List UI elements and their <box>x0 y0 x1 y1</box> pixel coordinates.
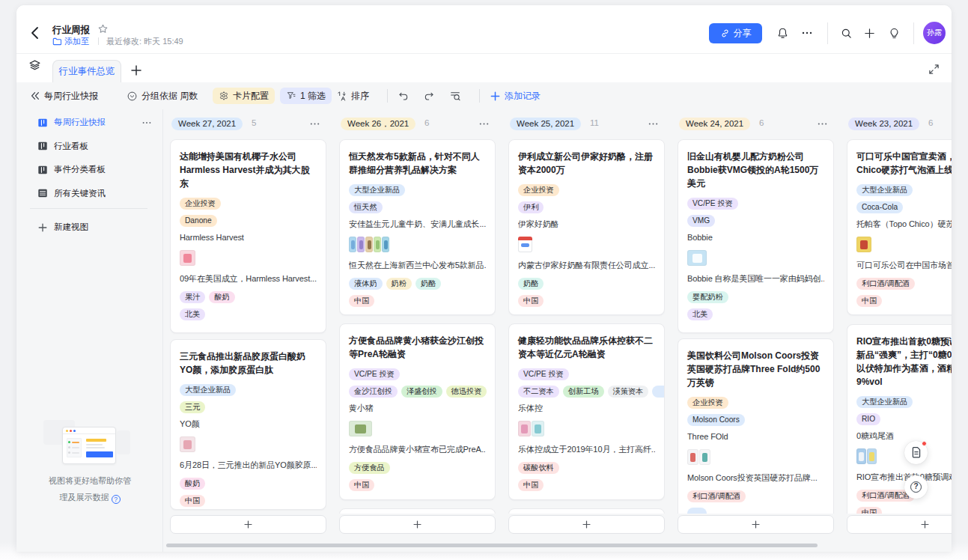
column-more-icon[interactable] <box>309 118 321 130</box>
gear-icon <box>219 91 229 101</box>
attachment-thumbnails[interactable] <box>180 436 317 452</box>
column-more-icon[interactable] <box>817 118 829 130</box>
notification-bell-icon[interactable] <box>774 25 791 41</box>
column-more-icon[interactable] <box>648 118 660 130</box>
attachment-thumbnails[interactable] <box>349 237 486 252</box>
field-tag: 企业投资 <box>180 198 221 210</box>
kanban-view-icon <box>37 165 48 175</box>
add-to-button[interactable]: 添加至 <box>52 36 89 47</box>
divider <box>913 22 914 44</box>
image-thumbnail <box>867 448 877 464</box>
undo-button[interactable] <box>398 82 410 109</box>
attachment-thumbnails[interactable] <box>349 421 486 436</box>
more-actions-icon[interactable] <box>799 25 815 41</box>
add-table-button[interactable] <box>130 64 142 76</box>
record-card[interactable]: 恒天然发布5款新品，针对不同人群推细分营养乳品解决方案大型企业新品恒天然安佳益生… <box>339 139 496 315</box>
tag-row: 北美 <box>687 308 824 320</box>
search-records-button[interactable] <box>449 82 461 109</box>
record-card[interactable]: 三元食品推出新品胶原蛋白酸奶 YO颜，添加胶原蛋白肽大型企业新品三元YO颜6月2… <box>170 339 326 510</box>
column-group-pill[interactable]: Week 24, 2021 <box>679 118 750 130</box>
attachment-thumbnails[interactable] <box>687 449 824 465</box>
help-float-button[interactable]: ? <box>904 475 928 499</box>
avatar[interactable]: 孙露 <box>923 22 946 44</box>
attachment-thumbnails[interactable] <box>180 250 317 266</box>
share-button[interactable]: 分享 <box>709 23 762 43</box>
tag-row: 金沙江创投泽盛创投德迅投资 <box>349 386 486 398</box>
new-view-button[interactable]: 新建视图 <box>16 216 163 239</box>
record-card[interactable]: 健康轻功能饮品品牌乐体控获不二资本等近亿元A轮融资VC/PE 投资不二资本创新工… <box>508 323 665 500</box>
column-group-pill[interactable]: Week 23, 2021 <box>848 118 919 130</box>
tag-row: 三元 <box>180 401 317 413</box>
table-list-icon[interactable] <box>28 59 41 72</box>
sort-button[interactable]: 排序 <box>336 82 369 109</box>
add-record-button[interactable]: 添加记录 <box>490 82 541 109</box>
star-icon[interactable] <box>97 23 109 34</box>
create-new-icon[interactable] <box>861 25 877 41</box>
add-card-button[interactable] <box>678 515 834 534</box>
record-title: 美国饮料公司Molson Coors投资英国硬苏打品牌Three Fold约50… <box>687 349 824 389</box>
image-thumbnail <box>518 237 532 252</box>
filter-button[interactable]: 1 筛选 <box>280 88 332 104</box>
attachment-thumbnails[interactable] <box>518 421 655 436</box>
search-icon[interactable] <box>838 25 854 41</box>
field-tag: 中国 <box>518 295 544 307</box>
add-to-label: 添加至 <box>64 36 89 47</box>
record-card[interactable]: 旧金山有机婴儿配方奶粉公司 Bobbie获VMG领投的A轮1500万 美元VC/… <box>678 139 834 333</box>
card-config-button[interactable]: 卡片配置 <box>213 88 275 104</box>
sidebar-view-label: 每周行业快报 <box>54 117 106 128</box>
tag-row: VC/PE 投资 <box>518 368 655 380</box>
image-thumbnail <box>180 436 195 452</box>
group-by-button[interactable]: 分组依据 周数 <box>127 82 198 109</box>
column-group-pill[interactable]: Week 25, 2021 <box>510 118 581 130</box>
help-lightbulb-icon[interactable] <box>886 25 902 41</box>
back-button[interactable] <box>27 25 43 41</box>
record-card[interactable]: 可口可乐中国官宣卖酒，Topo Chico硬苏打气泡酒上线大型企业新品Coca-… <box>847 139 952 315</box>
field-tag: 酸奶 <box>180 478 205 490</box>
field-tag: 大型企业新品 <box>349 184 405 196</box>
record-card[interactable]: RIO宣布推出首款0糖预调鸡尾酒 新品“强爽”，主打“0糖0卡”， 以伏特加作为… <box>847 324 952 514</box>
tag-row: 中国 <box>518 295 655 307</box>
record-card[interactable]: 伊利成立新公司伊家好奶酪，注册资本2000万企业投资伊利伊家好奶酪内蒙古伊家好奶… <box>508 139 665 315</box>
redo-button[interactable] <box>423 82 435 109</box>
image-thumbnail <box>856 237 871 252</box>
view-more-icon[interactable] <box>141 117 153 129</box>
collapse-view-list-button[interactable]: 每周行业快报 <box>30 82 98 109</box>
help-question-icon[interactable]: ? <box>112 495 121 504</box>
expand-icon[interactable] <box>928 64 940 76</box>
attachment-thumbnails[interactable] <box>687 250 824 266</box>
horizontal-scrollbar[interactable] <box>166 544 818 547</box>
guide-doc-button[interactable] <box>904 441 928 464</box>
tab-industry-events-overview[interactable]: 行业事件总览 <box>52 60 121 82</box>
add-card-button[interactable] <box>508 515 665 534</box>
column-group-pill[interactable]: Week 27, 2021 <box>171 118 243 130</box>
tag-row: 中国 <box>180 495 317 507</box>
browser-mock <box>62 427 116 464</box>
sidebar-view-item[interactable]: 所有关键资讯 <box>16 182 163 205</box>
field-tag: Molson Coors <box>687 414 745 426</box>
add-card-button[interactable] <box>847 515 952 534</box>
record-card[interactable]: 达能增持美国有机椰子水公司Harmless Harvest并成为其大股东企业投资… <box>170 139 326 333</box>
attachment-thumbnails[interactable] <box>856 237 952 252</box>
record-card-peek[interactable] <box>508 508 665 514</box>
attachment-thumbnails[interactable] <box>518 237 655 252</box>
column-header: Week 27, 20215 <box>170 118 326 130</box>
record-card-peek[interactable] <box>339 508 496 514</box>
divider <box>827 22 828 44</box>
plus-icon <box>37 222 48 233</box>
record-card[interactable]: 美国饮料公司Molson Coors投资英国硬苏打品牌Three Fold约50… <box>678 338 834 514</box>
add-card-button[interactable] <box>339 515 496 534</box>
column-group-pill[interactable]: Week 26，2021 <box>341 118 415 130</box>
record-card[interactable]: 方便食品品牌黄小猪获金沙江创投等PreA轮融资VC/PE 投资金沙江创投泽盛创投… <box>339 323 496 500</box>
add-card-button[interactable] <box>170 515 326 534</box>
tag-row: 企业投资 <box>687 397 824 409</box>
sidebar-view-item[interactable]: 每周行业快报 <box>16 111 163 134</box>
sidebar-view-item[interactable]: 行业看板 <box>16 135 163 158</box>
sidebar-view-item[interactable]: 事件分类看板 <box>16 158 163 181</box>
field-tag: 大型企业新品 <box>180 384 236 396</box>
sort-label: 排序 <box>351 90 369 103</box>
field-tag: 大型企业新品 <box>856 184 913 196</box>
record-title: 恒天然发布5款新品，针对不同人群推细分营养乳品解决方案 <box>349 150 486 177</box>
column-more-icon[interactable] <box>478 118 490 130</box>
field-tag: 利口酒/调配酒 <box>856 278 915 290</box>
table-view-icon <box>37 188 48 198</box>
